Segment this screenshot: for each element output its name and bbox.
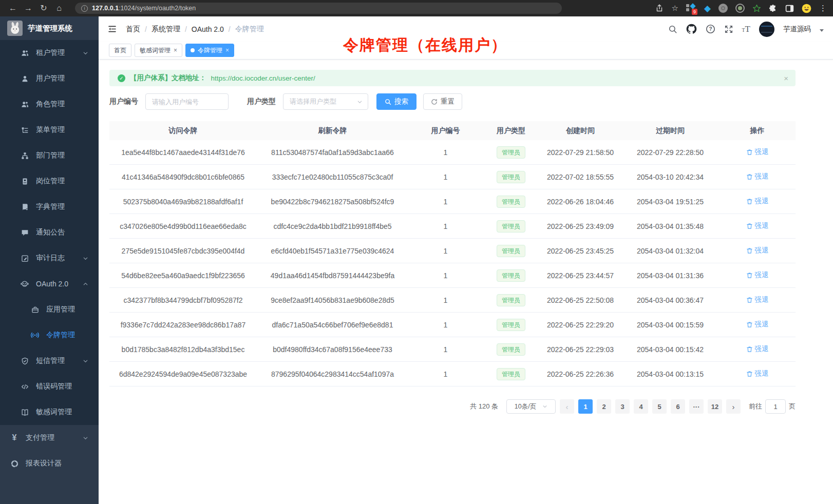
profile-avatar-icon[interactable]	[802, 4, 811, 13]
message-bubble-icon	[21, 229, 29, 237]
force-logout-button[interactable]: 强退	[746, 246, 769, 255]
sidebar-item-post[interactable]: 岗位管理	[0, 168, 99, 194]
sidebar-item-tenant[interactable]: 租户管理	[0, 40, 99, 66]
tab-home[interactable]: 首页	[109, 44, 131, 57]
browser-menu-icon[interactable]: ⋮	[819, 6, 827, 11]
goto-page-input[interactable]	[765, 399, 786, 414]
pagination: 共 120 条 10条/页 ‹ 1 2 3 4 5 6 ··· 12 › 前往 …	[109, 399, 796, 414]
force-logout-button[interactable]: 强退	[746, 369, 769, 378]
puzzle-extensions-icon[interactable]	[769, 4, 778, 13]
shield-check-icon	[21, 357, 29, 365]
extension-grid-icon[interactable]: 9	[686, 4, 696, 13]
force-logout-button[interactable]: 强退	[746, 197, 769, 206]
user-type-select[interactable]: 请选择用户类型	[283, 93, 368, 110]
sidebar-fold-icon[interactable]	[108, 25, 117, 33]
sidebar-item-error-code[interactable]: 错误码管理	[0, 374, 99, 399]
tab-sensitive-word[interactable]: 敏感词管理 ×	[135, 44, 182, 57]
force-logout-button[interactable]: 强退	[746, 295, 769, 304]
force-logout-button[interactable]: 强退	[746, 270, 769, 280]
sidebar-item-oauth[interactable]: OAuth 2.0	[0, 271, 99, 297]
prev-page-button[interactable]: ‹	[560, 399, 574, 414]
address-bar[interactable]: i 127.0.0.1:1024/system/oauth2/token	[75, 3, 562, 14]
table-row: c342377bf8b344799dcbf7bf095287f2 9ce8ef2…	[109, 288, 796, 313]
forward-icon[interactable]: →	[22, 2, 35, 15]
page-button-5[interactable]: 5	[652, 399, 667, 414]
segmented-circle-icon	[10, 460, 18, 468]
app-logo[interactable]: 芋道管理系统	[0, 16, 99, 40]
sidebar-item-audit-log[interactable]: 审计日志	[0, 245, 99, 271]
search-icon	[385, 99, 391, 105]
sidebar-item-role[interactable]: 角色管理	[0, 91, 99, 117]
breadcrumb-system[interactable]: 系统管理	[152, 25, 180, 34]
github-icon[interactable]	[686, 24, 697, 34]
bookmark-star-icon[interactable]: ☆	[671, 4, 678, 13]
next-page-button[interactable]: ›	[726, 399, 741, 414]
user-menu-caret-icon[interactable]	[820, 29, 824, 32]
sidebar-item-user[interactable]: 用户管理	[0, 66, 99, 91]
page-button-3[interactable]: 3	[615, 399, 630, 414]
back-icon[interactable]: ←	[6, 2, 20, 15]
sidebar-item-label: 支付管理	[26, 433, 54, 442]
page-button-6[interactable]: 6	[671, 399, 685, 414]
share-icon[interactable]	[655, 4, 664, 12]
force-logout-button[interactable]: 强退	[746, 344, 769, 354]
user-type-badge: 管理员	[497, 269, 525, 282]
fullscreen-icon[interactable]	[724, 25, 733, 34]
breadcrumb-oauth[interactable]: OAuth 2.0	[192, 25, 224, 33]
page-button-12[interactable]: 12	[708, 399, 722, 414]
sidebar-item-notice[interactable]: 通知公告	[0, 220, 99, 245]
sidebar-item-report-designer[interactable]: 报表设计器	[0, 451, 99, 476]
search-icon[interactable]	[668, 25, 677, 34]
search-form: 用户编号 用户类型 请选择用户类型 搜索 重置	[109, 93, 833, 110]
sidebar-item-sms[interactable]: 短信管理	[0, 348, 99, 374]
sidebar-item-menu[interactable]: 菜单管理	[0, 117, 99, 143]
table-row: 502375b8040a469a9b82188afdf6af1f be90422…	[109, 189, 796, 214]
sidebar-item-pay[interactable]: ¥ 支付管理	[0, 425, 99, 451]
home-icon[interactable]: ⌂	[52, 2, 66, 15]
gem-extension-icon[interactable]: ◆	[704, 3, 711, 14]
tab-token-active[interactable]: 令牌管理 ×	[185, 44, 234, 57]
search-button[interactable]: 搜索	[376, 93, 416, 110]
table-row: 41c41346a548490f9dc8b01c6bfe0865 333ecfc…	[109, 165, 796, 189]
close-icon[interactable]: ×	[174, 47, 177, 54]
access-token: 502375b8040a469a9b82188afdf6af1f	[109, 198, 257, 206]
reset-button[interactable]: 重置	[423, 93, 462, 110]
svg-text:?: ?	[709, 26, 712, 32]
help-icon[interactable]: ?	[706, 24, 715, 34]
force-logout-button[interactable]: 强退	[746, 320, 769, 329]
sidebar-item-label: 菜单管理	[36, 125, 65, 134]
font-size-icon[interactable]: TT	[742, 24, 751, 34]
force-logout-button[interactable]: 强退	[746, 221, 769, 230]
close-icon[interactable]: ×	[225, 47, 229, 54]
menu-tree-icon	[21, 126, 29, 134]
site-info-icon[interactable]: i	[81, 5, 88, 12]
page-button-1[interactable]: 1	[578, 399, 593, 414]
page-size-select[interactable]: 10条/页	[506, 399, 556, 414]
force-logout-button[interactable]: 强退	[746, 147, 769, 157]
sidebar-item-sensitive-word[interactable]: 敏感词管理	[0, 399, 99, 425]
sidebar-item-oauth-app[interactable]: 应用管理	[0, 297, 99, 322]
sidebar-item-dict[interactable]: 字典管理	[0, 194, 99, 220]
yen-icon: ¥	[10, 434, 18, 442]
user-id-input[interactable]	[145, 93, 229, 110]
sidebar-item-dept[interactable]: 部门管理	[0, 143, 99, 168]
more-pages-button[interactable]: ···	[689, 399, 704, 414]
breadcrumb-home[interactable]: 首页	[126, 25, 140, 34]
gray-extension-icon[interactable]	[718, 4, 728, 13]
col-refresh-token: 刷新令牌	[257, 126, 408, 135]
avatar[interactable]	[759, 22, 774, 37]
doc-link[interactable]: https://doc.iocoder.cn/user-center/	[211, 74, 315, 82]
alert-close-icon[interactable]: ×	[784, 74, 788, 83]
force-logout-button[interactable]: 强退	[746, 172, 769, 181]
record-extension-icon[interactable]	[735, 4, 745, 13]
user-name[interactable]: 芋道源码	[783, 25, 811, 34]
page-button-2[interactable]: 2	[597, 399, 611, 414]
reload-icon[interactable]: ↻	[37, 2, 50, 15]
page-button-4[interactable]: 4	[634, 399, 648, 414]
access-token: 41c41346a548490f9dc8b01c6bfe0865	[109, 173, 257, 181]
star-extension-icon[interactable]	[752, 4, 761, 13]
sidepanel-icon[interactable]	[785, 4, 794, 13]
user-id: 1	[408, 148, 483, 157]
delete-icon	[746, 346, 753, 353]
sidebar-item-oauth-token[interactable]: 令牌管理	[0, 322, 99, 348]
